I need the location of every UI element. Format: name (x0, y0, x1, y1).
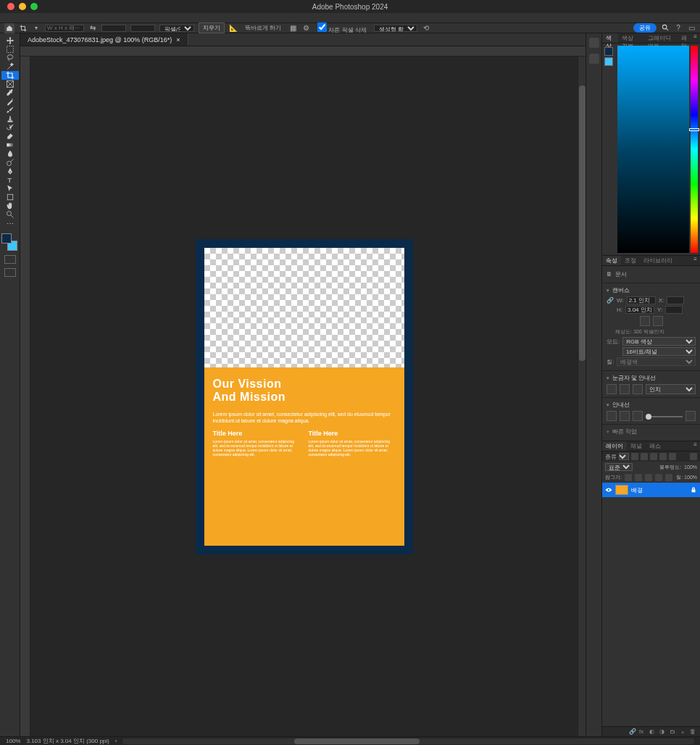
straighten-icon[interactable]: 📐 (229, 24, 238, 33)
tab-color[interactable]: 색상 (602, 33, 618, 43)
canvas-viewport[interactable]: Our Vission And Mission Lorem ipsum dolo… (30, 57, 578, 736)
zoom-level[interactable]: 100% (6, 738, 20, 744)
fill-method-select[interactable]: 생성형 확장 (374, 25, 417, 32)
filter-toggle-icon[interactable] (690, 453, 697, 460)
horizontal-ruler[interactable] (20, 46, 586, 57)
filter-pixel-icon[interactable] (631, 453, 638, 460)
resolution-unit-select[interactable]: 픽셀/인치 (159, 25, 194, 32)
delete-cropped-checkbox[interactable]: 자른 픽셀 삭제 (314, 22, 370, 35)
crop-tool-icon[interactable] (19, 24, 28, 33)
close-window-icon[interactable] (7, 3, 14, 10)
layer-fx-icon[interactable]: fx (639, 728, 646, 736)
lock-image-icon[interactable] (635, 474, 642, 481)
vertical-ruler[interactable] (20, 57, 30, 736)
bit-depth-select[interactable]: 16비트/채널 (622, 347, 696, 356)
chevron-right-icon[interactable]: › (115, 738, 117, 744)
quick-mask-icon[interactable] (4, 255, 16, 264)
orientation-portrait-icon[interactable] (640, 316, 650, 326)
clear-button[interactable]: 지우기 (199, 22, 225, 33)
blur-tool-icon[interactable] (1, 149, 19, 158)
grid-icon[interactable] (620, 384, 630, 394)
clone-stamp-tool-icon[interactable] (1, 115, 19, 123)
overlay-grid-icon[interactable]: ▦ (288, 24, 297, 33)
opacity-value[interactable]: 100% (684, 465, 697, 470)
document-info[interactable]: 3.103 인치 x 3.04 인치 (300 ppi) (26, 737, 109, 745)
reset-icon[interactable]: ⟲ (422, 24, 430, 33)
filter-adjust-icon[interactable] (641, 453, 648, 460)
gear-icon[interactable]: ⚙ (301, 24, 310, 33)
color-mode-select[interactable]: RGB 색상 (622, 337, 696, 346)
layer-item[interactable]: 배경 (602, 483, 700, 497)
document-tab[interactable]: AdobeStock_473076831.jpeg @ 100% (RGB/16… (20, 33, 188, 46)
tab-pattern[interactable]: 패턴 (678, 33, 693, 43)
orientation-landscape-icon[interactable] (653, 316, 663, 326)
tab-channels[interactable]: 채널 (627, 441, 646, 451)
straighten-label[interactable]: 똑바르게 하기 (242, 23, 284, 33)
crop-tool-icon[interactable] (1, 71, 19, 80)
lock-transparency-icon[interactable] (625, 474, 632, 481)
horizontal-scroll-thumb[interactable] (294, 738, 420, 744)
lock-position-icon[interactable] (645, 474, 652, 481)
lock-icon[interactable] (690, 486, 697, 494)
guide-v-icon[interactable] (633, 384, 643, 394)
layer-name-label[interactable]: 배경 (631, 486, 643, 494)
delete-layer-icon[interactable]: 🗑 (690, 728, 697, 736)
panel-menu-icon[interactable]: ≡ (693, 256, 700, 265)
guide-icon-4[interactable] (686, 411, 696, 421)
zoom-tool-icon[interactable] (1, 210, 19, 219)
lock-all-icon[interactable] (665, 474, 672, 481)
eyedropper-tool-icon[interactable] (1, 88, 19, 97)
hand-tool-icon[interactable] (1, 201, 19, 210)
history-brush-tool-icon[interactable] (1, 123, 19, 132)
tab-gradient[interactable]: 그레이디언트 (644, 33, 678, 43)
x-input[interactable] (667, 296, 684, 304)
layer-thumbnail[interactable] (615, 485, 628, 495)
shape-tool-icon[interactable] (1, 193, 19, 201)
type-tool-icon[interactable]: T (1, 175, 19, 184)
vertical-scrollbar[interactable] (578, 57, 586, 736)
ruler-icon[interactable] (607, 384, 617, 394)
home-icon[interactable] (4, 23, 14, 33)
frame-tool-icon[interactable] (1, 80, 19, 88)
filter-smart-icon[interactable] (669, 453, 676, 460)
hue-slider-thumb[interactable] (689, 128, 699, 131)
brush-tool-icon[interactable] (1, 106, 19, 115)
help-icon[interactable]: ? (674, 24, 683, 33)
pen-tool-icon[interactable] (1, 167, 19, 175)
filter-shape-icon[interactable] (659, 453, 667, 460)
panel-menu-icon[interactable]: ≡ (693, 33, 700, 43)
foreground-background-swatches[interactable] (1, 233, 19, 251)
visibility-eye-icon[interactable] (605, 486, 612, 494)
lasso-tool-icon[interactable] (1, 54, 19, 62)
crop-width-input[interactable] (101, 25, 126, 32)
comments-panel-icon[interactable] (589, 54, 599, 64)
maximize-window-icon[interactable] (30, 3, 38, 10)
section-guides[interactable]: 안내선 (607, 401, 696, 409)
tab-swatches[interactable]: 색상 견본 (618, 33, 644, 43)
gradient-tool-icon[interactable] (1, 141, 19, 149)
marquee-tool-icon[interactable] (1, 45, 19, 54)
foreground-color-swatch[interactable] (1, 233, 12, 244)
chevron-down-icon[interactable]: ▾ (32, 24, 41, 32)
filter-kind-select[interactable] (619, 453, 629, 460)
share-button[interactable]: 공유 (633, 23, 657, 33)
guide-slider[interactable] (646, 416, 683, 417)
layer-mask-icon[interactable]: ◐ (649, 728, 657, 736)
new-fill-icon[interactable]: ◑ (659, 728, 667, 736)
section-canvas[interactable]: 캔버스 (607, 286, 696, 294)
hue-slider[interactable] (691, 46, 698, 253)
history-panel-icon[interactable] (589, 38, 599, 48)
link-layers-icon[interactable]: 🔗 (629, 728, 636, 736)
workspace-icon[interactable]: ▭ (687, 24, 696, 33)
panel-menu-icon[interactable]: ≡ (693, 441, 700, 451)
crop-preset-input[interactable] (45, 25, 84, 32)
guide-icon-3[interactable] (633, 411, 643, 421)
filter-text-icon[interactable] (650, 453, 657, 460)
panel-foreground-swatch[interactable] (604, 47, 613, 56)
y-input[interactable] (665, 306, 683, 314)
vertical-scroll-thumb[interactable] (579, 86, 586, 361)
guide-icon-2[interactable] (620, 411, 630, 421)
color-field[interactable] (617, 46, 689, 253)
panel-background-swatch[interactable] (604, 57, 613, 66)
section-quick-actions[interactable]: 빠른 작업 (607, 428, 696, 436)
